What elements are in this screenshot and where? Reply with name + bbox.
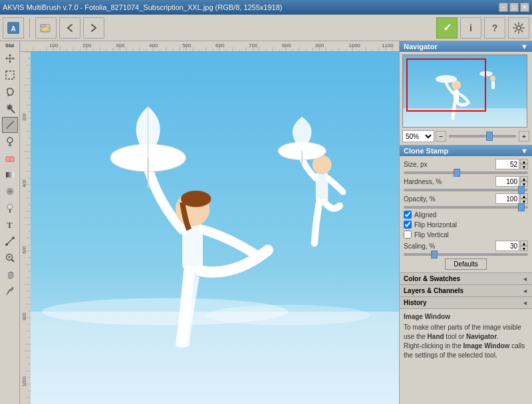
opacity-input[interactable]: 100 — [495, 193, 519, 204]
tool-eyedropper[interactable] — [2, 283, 18, 299]
navigator-collapse-icon[interactable]: ▼ — [521, 43, 528, 50]
info-icon: i — [469, 23, 472, 33]
title-bar: AKVIS MultiBrush v.7.0 - Fotolia_8271074… — [0, 0, 532, 15]
flip-h-checkbox[interactable] — [404, 221, 412, 229]
layers-channels-arrow: ◄ — [522, 288, 528, 294]
apply-button[interactable]: ✓ — [436, 17, 458, 39]
scaling-slider-thumb[interactable] — [431, 251, 438, 258]
content-area: Std T — [0, 41, 532, 404]
svg-rect-11 — [6, 172, 14, 177]
tool-zoom[interactable] — [2, 250, 18, 266]
size-slider[interactable] — [404, 171, 528, 174]
hardness-up-button[interactable]: ▲ — [520, 176, 528, 181]
tool-lasso[interactable] — [2, 84, 18, 100]
flip-v-label: Flip Vertical — [414, 231, 449, 239]
std-label: Std — [5, 43, 14, 49]
opacity-slider-thumb[interactable] — [518, 203, 525, 211]
scaling-down-button[interactable]: ▼ — [520, 246, 528, 251]
color-swatches-panel: Color & Swatches ◄ — [400, 273, 532, 285]
size-input[interactable]: 52 — [495, 159, 519, 169]
flip-h-label: Flip Horizontal — [414, 221, 457, 229]
size-row: Size, px 52 ▲ ▼ — [404, 159, 528, 169]
history-header[interactable]: History ◄ — [400, 297, 532, 308]
help-button[interactable]: ? — [484, 17, 505, 39]
svg-point-7 — [6, 127, 8, 129]
open-button[interactable] — [35, 17, 57, 39]
image-viewport[interactable] — [31, 52, 399, 404]
flip-v-checkbox[interactable] — [404, 231, 412, 239]
opacity-row: Opacity, % 100 ▲ ▼ — [404, 193, 528, 204]
toolbar-separator — [29, 19, 30, 37]
minimize-button[interactable]: − — [499, 3, 508, 12]
layers-channels-header[interactable]: Layers & Channels ◄ — [400, 285, 532, 296]
aligned-checkbox[interactable] — [404, 211, 412, 219]
akvis-logo-button[interactable]: A — [3, 17, 24, 39]
scaling-up-button[interactable]: ▲ — [520, 241, 528, 246]
svg-rect-3 — [41, 25, 45, 27]
back-button[interactable] — [59, 17, 80, 39]
hardness-slider-thumb[interactable] — [518, 186, 525, 194]
tool-eraser[interactable] — [2, 150, 18, 166]
tool-magic-wand[interactable] — [2, 100, 18, 116]
color-swatches-header[interactable]: Color & Swatches ◄ — [400, 273, 532, 284]
clone-stamp-header: Clone Stamp ▼ — [400, 146, 532, 156]
svg-point-14 — [9, 191, 11, 193]
info-button[interactable]: i — [460, 17, 481, 39]
zoom-in-button[interactable]: + — [519, 131, 529, 142]
svg-point-43 — [490, 76, 495, 81]
scaling-slider-row — [404, 253, 528, 256]
zoom-out-button[interactable]: − — [436, 131, 446, 142]
tool-selection[interactable] — [2, 67, 18, 83]
size-up-button[interactable]: ▲ — [520, 159, 528, 164]
forward-button[interactable] — [83, 17, 104, 39]
zoom-controls: 25% 50% 75% 100% 200% − + — [402, 130, 529, 142]
clone-stamp-title: Clone Stamp — [404, 147, 448, 155]
maximize-button[interactable]: □ — [509, 3, 519, 12]
tool-brush[interactable] — [2, 117, 18, 133]
tool-dodge[interactable] — [2, 200, 18, 216]
svg-rect-26 — [31, 312, 399, 404]
canvas-area[interactable] — [20, 41, 399, 404]
navigator-viewport-box[interactable] — [406, 58, 486, 112]
tool-type[interactable]: T — [2, 217, 18, 233]
zoom-slider-track[interactable] — [449, 135, 516, 138]
close-button[interactable]: ✕ — [520, 3, 529, 12]
navigator-preview[interactable] — [402, 54, 527, 128]
hardness-label: Hardness, % — [404, 178, 495, 185]
svg-point-8 — [7, 138, 13, 143]
scaling-input[interactable]: 30 — [495, 241, 519, 251]
canvas-image[interactable] — [31, 52, 399, 404]
iw-bold3: Image Window — [463, 342, 509, 350]
svg-line-24 — [7, 290, 10, 294]
size-down-button[interactable]: ▼ — [520, 164, 528, 169]
svg-point-18 — [5, 243, 8, 246]
flip-h-row: Flip Horizontal — [404, 221, 528, 229]
hardness-slider[interactable] — [404, 189, 528, 191]
svg-point-19 — [12, 237, 15, 239]
hardness-input[interactable]: 100 — [495, 176, 519, 187]
scaling-slider[interactable] — [404, 253, 528, 256]
tool-gradient[interactable] — [2, 167, 18, 183]
opacity-slider[interactable] — [404, 206, 528, 209]
zoom-slider-thumb[interactable] — [486, 132, 493, 141]
size-slider-thumb[interactable] — [454, 169, 460, 177]
zoom-dropdown[interactable]: 25% 50% 75% 100% 200% — [402, 130, 434, 142]
tool-blur[interactable] — [2, 183, 18, 199]
opacity-up-button[interactable]: ▲ — [520, 193, 528, 199]
gear-icon — [513, 22, 525, 34]
tool-clone-stamp[interactable] — [2, 134, 18, 150]
clone-stamp-collapse-icon[interactable]: ▼ — [521, 147, 528, 155]
iw-text3b: Right-clicking in the — [404, 342, 463, 350]
tool-move[interactable] — [2, 50, 18, 66]
svg-text:A: A — [11, 25, 15, 33]
svg-line-21 — [11, 260, 14, 262]
hardness-slider-row — [404, 189, 528, 191]
settings-button[interactable] — [508, 17, 529, 39]
defaults-button[interactable]: Defaults — [445, 258, 487, 270]
svg-rect-44 — [491, 81, 495, 89]
tool-hand[interactable] — [2, 266, 18, 282]
size-label: Size, px — [404, 161, 495, 168]
svg-text:T: T — [7, 220, 13, 230]
color-swatches-label: Color & Swatches — [404, 275, 460, 282]
tool-pen[interactable] — [2, 233, 18, 249]
